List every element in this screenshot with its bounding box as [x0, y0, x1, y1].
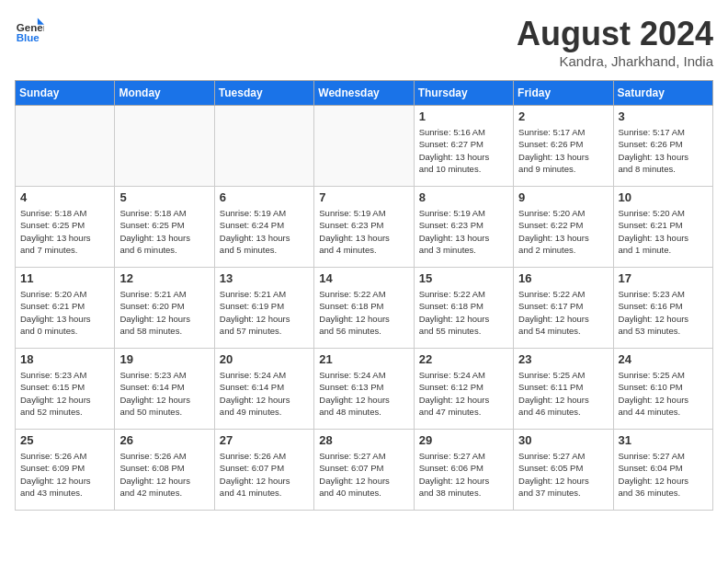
- day-number: 13: [220, 271, 309, 285]
- day-info: Sunrise: 5:23 AM Sunset: 6:14 PM Dayligh…: [119, 369, 209, 418]
- svg-text:Blue: Blue: [17, 32, 40, 43]
- day-number: 6: [220, 190, 309, 204]
- calendar-cell: 11Sunrise: 5:20 AM Sunset: 6:21 PM Dayli…: [16, 268, 115, 349]
- day-number: 31: [619, 433, 708, 447]
- day-info: Sunrise: 5:23 AM Sunset: 6:16 PM Dayligh…: [619, 288, 708, 337]
- calendar-cell: 1Sunrise: 5:16 AM Sunset: 6:27 PM Daylig…: [414, 106, 513, 187]
- day-number: 30: [518, 433, 608, 447]
- day-number: 19: [119, 352, 209, 366]
- day-info: Sunrise: 5:22 AM Sunset: 6:18 PM Dayligh…: [319, 288, 408, 337]
- day-info: Sunrise: 5:27 AM Sunset: 6:07 PM Dayligh…: [319, 450, 408, 499]
- day-number: 16: [518, 271, 608, 285]
- day-info: Sunrise: 5:27 AM Sunset: 6:06 PM Dayligh…: [419, 450, 508, 499]
- day-info: Sunrise: 5:17 AM Sunset: 6:26 PM Dayligh…: [518, 126, 608, 175]
- page-header: General Blue August 2024 Kandra, Jharkha…: [15, 15, 713, 69]
- header-monday: Monday: [115, 81, 214, 106]
- calendar-cell: 23Sunrise: 5:25 AM Sunset: 6:11 PM Dayli…: [514, 349, 613, 430]
- day-info: Sunrise: 5:18 AM Sunset: 6:25 PM Dayligh…: [119, 207, 209, 256]
- day-info: Sunrise: 5:21 AM Sunset: 6:19 PM Dayligh…: [220, 288, 309, 337]
- header-tuesday: Tuesday: [214, 81, 313, 106]
- day-number: 29: [419, 433, 508, 447]
- calendar-cell: 31Sunrise: 5:27 AM Sunset: 6:04 PM Dayli…: [613, 430, 712, 511]
- day-info: Sunrise: 5:20 AM Sunset: 6:21 PM Dayligh…: [20, 288, 109, 337]
- calendar-cell: 28Sunrise: 5:27 AM Sunset: 6:07 PM Dayli…: [314, 430, 414, 511]
- day-number: 7: [319, 190, 408, 204]
- header-sunday: Sunday: [16, 81, 115, 106]
- day-number: 18: [20, 352, 109, 366]
- calendar-cell: 16Sunrise: 5:22 AM Sunset: 6:17 PM Dayli…: [514, 268, 613, 349]
- day-info: Sunrise: 5:19 AM Sunset: 6:23 PM Dayligh…: [319, 207, 408, 256]
- calendar-header-row: SundayMondayTuesdayWednesdayThursdayFrid…: [16, 81, 713, 106]
- day-number: 2: [518, 109, 608, 123]
- calendar-cell: 18Sunrise: 5:23 AM Sunset: 6:15 PM Dayli…: [16, 349, 115, 430]
- day-number: 11: [20, 271, 109, 285]
- calendar-cell: 30Sunrise: 5:27 AM Sunset: 6:05 PM Dayli…: [514, 430, 613, 511]
- calendar-cell: 19Sunrise: 5:23 AM Sunset: 6:14 PM Dayli…: [115, 349, 214, 430]
- day-number: 24: [619, 352, 708, 366]
- day-info: Sunrise: 5:25 AM Sunset: 6:10 PM Dayligh…: [619, 369, 708, 418]
- calendar-cell: 12Sunrise: 5:21 AM Sunset: 6:20 PM Dayli…: [115, 268, 214, 349]
- day-number: 4: [20, 190, 109, 204]
- day-info: Sunrise: 5:23 AM Sunset: 6:15 PM Dayligh…: [20, 369, 109, 418]
- day-info: Sunrise: 5:16 AM Sunset: 6:27 PM Dayligh…: [419, 126, 508, 175]
- day-number: 1: [419, 109, 508, 123]
- day-number: 26: [119, 433, 209, 447]
- day-info: Sunrise: 5:25 AM Sunset: 6:11 PM Dayligh…: [518, 369, 608, 418]
- calendar-cell: 2Sunrise: 5:17 AM Sunset: 6:26 PM Daylig…: [514, 106, 613, 187]
- day-number: 20: [220, 352, 309, 366]
- month-year-title: August 2024: [517, 15, 713, 53]
- calendar-cell: 17Sunrise: 5:23 AM Sunset: 6:16 PM Dayli…: [613, 268, 712, 349]
- day-info: Sunrise: 5:26 AM Sunset: 6:07 PM Dayligh…: [220, 450, 309, 499]
- day-number: 3: [619, 109, 708, 123]
- day-number: 15: [419, 271, 508, 285]
- week-row-3: 11Sunrise: 5:20 AM Sunset: 6:21 PM Dayli…: [16, 268, 713, 349]
- calendar-cell: 21Sunrise: 5:24 AM Sunset: 6:13 PM Dayli…: [314, 349, 414, 430]
- location-subtitle: Kandra, Jharkhand, India: [517, 53, 713, 69]
- calendar-cell: 7Sunrise: 5:19 AM Sunset: 6:23 PM Daylig…: [314, 187, 414, 268]
- day-info: Sunrise: 5:20 AM Sunset: 6:21 PM Dayligh…: [619, 207, 708, 256]
- day-number: 12: [119, 271, 209, 285]
- calendar-cell: [115, 106, 214, 187]
- logo: General Blue: [15, 15, 44, 44]
- calendar-cell: 5Sunrise: 5:18 AM Sunset: 6:25 PM Daylig…: [115, 187, 214, 268]
- logo-icon: General Blue: [15, 15, 44, 44]
- calendar-cell: 3Sunrise: 5:17 AM Sunset: 6:26 PM Daylig…: [613, 106, 712, 187]
- calendar-cell: 13Sunrise: 5:21 AM Sunset: 6:19 PM Dayli…: [214, 268, 313, 349]
- day-info: Sunrise: 5:22 AM Sunset: 6:18 PM Dayligh…: [419, 288, 508, 337]
- calendar-cell: 6Sunrise: 5:19 AM Sunset: 6:24 PM Daylig…: [214, 187, 313, 268]
- day-number: 28: [319, 433, 408, 447]
- calendar-cell: [214, 106, 313, 187]
- day-number: 5: [119, 190, 209, 204]
- day-info: Sunrise: 5:26 AM Sunset: 6:09 PM Dayligh…: [20, 450, 109, 499]
- header-thursday: Thursday: [414, 81, 513, 106]
- calendar-cell: 9Sunrise: 5:20 AM Sunset: 6:22 PM Daylig…: [514, 187, 613, 268]
- day-number: 9: [518, 190, 608, 204]
- day-info: Sunrise: 5:27 AM Sunset: 6:04 PM Dayligh…: [619, 450, 708, 499]
- calendar-cell: 25Sunrise: 5:26 AM Sunset: 6:09 PM Dayli…: [16, 430, 115, 511]
- day-info: Sunrise: 5:24 AM Sunset: 6:12 PM Dayligh…: [419, 369, 508, 418]
- header-friday: Friday: [514, 81, 613, 106]
- day-info: Sunrise: 5:27 AM Sunset: 6:05 PM Dayligh…: [518, 450, 608, 499]
- header-wednesday: Wednesday: [314, 81, 414, 106]
- day-info: Sunrise: 5:19 AM Sunset: 6:23 PM Dayligh…: [419, 207, 508, 256]
- calendar-cell: 14Sunrise: 5:22 AM Sunset: 6:18 PM Dayli…: [314, 268, 414, 349]
- day-number: 21: [319, 352, 408, 366]
- calendar-table: SundayMondayTuesdayWednesdayThursdayFrid…: [15, 80, 713, 511]
- week-row-1: 1Sunrise: 5:16 AM Sunset: 6:27 PM Daylig…: [16, 106, 713, 187]
- day-number: 8: [419, 190, 508, 204]
- day-info: Sunrise: 5:24 AM Sunset: 6:14 PM Dayligh…: [220, 369, 309, 418]
- day-info: Sunrise: 5:20 AM Sunset: 6:22 PM Dayligh…: [518, 207, 608, 256]
- calendar-cell: 4Sunrise: 5:18 AM Sunset: 6:25 PM Daylig…: [16, 187, 115, 268]
- calendar-cell: 20Sunrise: 5:24 AM Sunset: 6:14 PM Dayli…: [214, 349, 313, 430]
- calendar-cell: 27Sunrise: 5:26 AM Sunset: 6:07 PM Dayli…: [214, 430, 313, 511]
- calendar-cell: 15Sunrise: 5:22 AM Sunset: 6:18 PM Dayli…: [414, 268, 513, 349]
- day-info: Sunrise: 5:18 AM Sunset: 6:25 PM Dayligh…: [20, 207, 109, 256]
- day-number: 10: [619, 190, 708, 204]
- week-row-4: 18Sunrise: 5:23 AM Sunset: 6:15 PM Dayli…: [16, 349, 713, 430]
- calendar-cell: 29Sunrise: 5:27 AM Sunset: 6:06 PM Dayli…: [414, 430, 513, 511]
- day-number: 17: [619, 271, 708, 285]
- day-info: Sunrise: 5:26 AM Sunset: 6:08 PM Dayligh…: [119, 450, 209, 499]
- day-number: 25: [20, 433, 109, 447]
- day-number: 23: [518, 352, 608, 366]
- calendar-cell: 22Sunrise: 5:24 AM Sunset: 6:12 PM Dayli…: [414, 349, 513, 430]
